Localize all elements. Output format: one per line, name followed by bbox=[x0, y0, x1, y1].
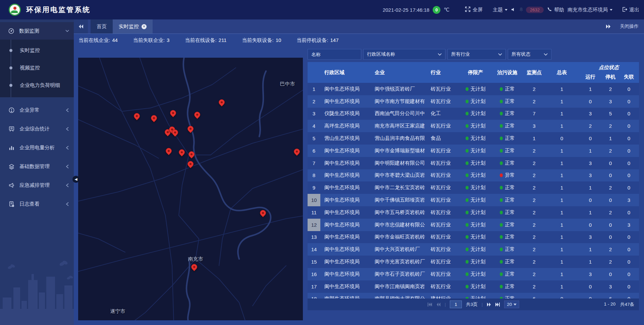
phone-icon bbox=[547, 7, 552, 13]
table-row[interactable]: 11阆中生态环境局阆中市五马桥页岩机砖砖瓦行业无计划正常21120 bbox=[308, 206, 639, 219]
sidebar-item[interactable]: 企业用电量分析 bbox=[0, 138, 74, 157]
first-page-button[interactable] bbox=[427, 303, 432, 307]
bullet-dot-icon bbox=[9, 49, 12, 52]
cell-meters: 1 bbox=[545, 231, 579, 243]
prev-page-button[interactable] bbox=[436, 303, 441, 307]
notifications[interactable]: 2632 bbox=[519, 7, 544, 13]
cell-stopped: 2 bbox=[602, 256, 619, 268]
cell-lost: 0 bbox=[619, 231, 639, 243]
cell-industry: 砖瓦行业 bbox=[427, 256, 460, 268]
close-operations-button[interactable]: 关闭操作 bbox=[620, 23, 639, 30]
table-row[interactable]: 1阆中生态环境局阆中强锐页岩砖厂砖瓦行业无计划正常21120 bbox=[308, 83, 639, 95]
table-row[interactable]: 4高坪生态环境局南充市高坪区王家店建砖瓦行业无计划正常31220 bbox=[308, 120, 639, 132]
sidebar-item[interactable]: 日志查看 bbox=[0, 195, 74, 213]
status-dot-green bbox=[466, 285, 469, 288]
cell-run: 1 bbox=[579, 181, 602, 194]
cell-industry: 砖瓦行业 bbox=[427, 157, 460, 169]
tab-实时监控[interactable]: 实时监控✕ bbox=[113, 19, 153, 34]
cell-facility: 正常 bbox=[491, 219, 523, 231]
table-row[interactable]: 9阆中生态环境局阆中市二龙长宝页岩砖砖瓦行业无计划正常21120 bbox=[308, 181, 639, 194]
sidebar-section-data-monitoring[interactable]: 数据监测 bbox=[0, 22, 74, 40]
fullscreen-button[interactable]: 全屏 bbox=[465, 6, 483, 13]
map-city-label: 巴中市 bbox=[280, 81, 295, 87]
cell-stopped: 0 bbox=[602, 268, 619, 280]
page-size-select[interactable]: 20 bbox=[504, 301, 519, 308]
sidebar-item[interactable]: 企业异常 bbox=[0, 101, 74, 119]
filter-select-1[interactable]: 行政区域名称 bbox=[363, 49, 445, 60]
cell-points: 2 bbox=[523, 219, 545, 231]
table-row[interactable]: 7阆中生态环境局阆中明阳建材有限公司砖瓦行业无计划正常21300 bbox=[308, 157, 639, 169]
mute-button[interactable] bbox=[511, 7, 515, 13]
table-row[interactable]: 12阆中生态环境局阆中市忠信建材有限公砖瓦行业无计划正常21003 bbox=[308, 219, 639, 231]
theme-dropdown[interactable]: 主题 bbox=[493, 7, 507, 13]
table-row[interactable]: 18南部生态环境局南部县砌华土混有限公建材行业无计划正常60060 bbox=[308, 293, 639, 299]
table-row[interactable]: 8阆中生态环境局阆中市枣碧大梁山页岩砖瓦行业无计划异常21300 bbox=[308, 169, 639, 182]
cell-stopped: 3 bbox=[602, 95, 619, 108]
stat-value: 3 bbox=[167, 37, 169, 44]
sidebar-subitem-2[interactable]: 视频监控 bbox=[0, 59, 74, 76]
sidebar-item[interactable]: 企业综合统计 bbox=[0, 119, 74, 138]
table-row[interactable]: 17阆中生态环境局阆中市江南镇阆南页岩砖瓦行业无计划正常21030 bbox=[308, 280, 639, 293]
page-number-input[interactable] bbox=[450, 301, 462, 308]
pin-center-dot bbox=[193, 266, 196, 268]
cell-region: 阆中生态环境局 bbox=[320, 95, 371, 108]
fullscreen-label: 全屏 bbox=[473, 7, 483, 13]
tab-首页[interactable]: 首页 bbox=[91, 19, 113, 34]
sidebar-item[interactable]: 应急减排管理 bbox=[0, 176, 74, 195]
bell-icon bbox=[519, 7, 524, 13]
filter-select-2[interactable]: 所有行业 bbox=[447, 49, 506, 60]
last-page-button[interactable] bbox=[495, 303, 500, 307]
cell-num: 5 bbox=[308, 132, 320, 145]
tabs-scroll-left-button[interactable] bbox=[74, 19, 88, 34]
cell-facility: 正常 bbox=[491, 268, 523, 280]
chevron-left-icon bbox=[66, 146, 69, 150]
pin-center-dot bbox=[220, 101, 223, 104]
table-row[interactable]: 10阆中生态环境局阆中千佛镇五郎垭页岩砖瓦行业无计划正常21003 bbox=[308, 194, 639, 206]
table-row[interactable]: 3仪陇生态环境局西南油气田分公司川中化工无计划正常71350 bbox=[308, 108, 639, 120]
cell-industry: 砖瓦行业 bbox=[427, 194, 460, 206]
cell-stopped: 2 bbox=[602, 206, 619, 219]
status-dot-green bbox=[500, 100, 503, 103]
chevron-left-icon bbox=[66, 108, 69, 112]
sidebar-collapse-button[interactable]: ◀ bbox=[72, 176, 79, 183]
pin-center-dot bbox=[262, 212, 264, 214]
sidebar-subitem-1[interactable]: 实时监控 bbox=[0, 42, 74, 59]
cell-region: 高坪生态环境局 bbox=[320, 120, 371, 132]
tabs-container: 首页实时监控✕ bbox=[91, 19, 153, 34]
status-dot-green bbox=[466, 112, 469, 115]
tab-close-icon[interactable]: ✕ bbox=[142, 24, 147, 29]
table-row[interactable]: 13阆中生态环境局阆中市金福旺页岩机砖砖瓦行业无计划正常21300 bbox=[308, 231, 639, 243]
table-row[interactable]: 5营山生态环境局营山县润丰肉食品有限食品无计划正常10010 bbox=[308, 132, 639, 145]
pin-center-dot bbox=[136, 115, 138, 117]
table-row[interactable]: 2阆中生态环境局阆中市南方节能建材有砖瓦行业无计划正常21030 bbox=[308, 95, 639, 108]
status-dot-red bbox=[500, 173, 503, 177]
status-dot-green bbox=[466, 149, 469, 153]
sidebar-item[interactable]: 基础数据管理 bbox=[0, 157, 74, 176]
sidebar-subitem-label: 实时监控 bbox=[20, 47, 40, 54]
chevron-left-icon bbox=[66, 202, 69, 206]
cell-facility: 正常 bbox=[491, 293, 523, 299]
table-row[interactable]: 6阆中生态环境局阆中市金博瑞新型墙材砖瓦行业无计划正常21120 bbox=[308, 145, 639, 157]
name-filter-input[interactable] bbox=[308, 49, 361, 60]
cell-industry: 砖瓦行业 bbox=[427, 145, 460, 157]
sidebar-subitem-3[interactable]: 企业电力负荷明细 bbox=[0, 76, 74, 94]
table-row[interactable]: 14阆中生态环境局阆中大兴页岩机砖厂砖瓦行业无计划正常21120 bbox=[308, 243, 639, 256]
cell-run: 3 bbox=[579, 231, 602, 243]
user-org-dropdown[interactable]: 南充市生态环境局 bbox=[568, 7, 612, 13]
logout-button[interactable]: 退出 bbox=[622, 7, 639, 13]
table-row[interactable]: 16阆中生态环境局阆中市石子页岩机砖厂砖瓦行业无计划正常21300 bbox=[308, 268, 639, 280]
next-page-button[interactable] bbox=[487, 303, 491, 307]
column-header-points: 监测点 bbox=[523, 62, 545, 83]
stat-value: 10 bbox=[276, 37, 281, 44]
sidebar-item-label: 企业异常 bbox=[19, 107, 40, 113]
sidebar-subitem-label: 企业电力负荷明细 bbox=[20, 82, 60, 89]
tabs-scroll-right-button[interactable] bbox=[606, 24, 611, 29]
chevron-left-icon bbox=[66, 164, 69, 169]
cell-lost: 0 bbox=[619, 181, 639, 194]
help-button[interactable]: 帮助 bbox=[547, 7, 564, 13]
filter-select-3[interactable]: 所有状态 bbox=[508, 49, 551, 60]
map-panel[interactable]: 巴中市南充市遂宁市 bbox=[78, 58, 303, 320]
table-row[interactable]: 15阆中生态环境局阆中市光富页岩机砖厂砖瓦行业无计划正常21120 bbox=[308, 256, 639, 268]
status-dot-green bbox=[500, 149, 503, 153]
cell-meters: 1 bbox=[545, 120, 579, 132]
